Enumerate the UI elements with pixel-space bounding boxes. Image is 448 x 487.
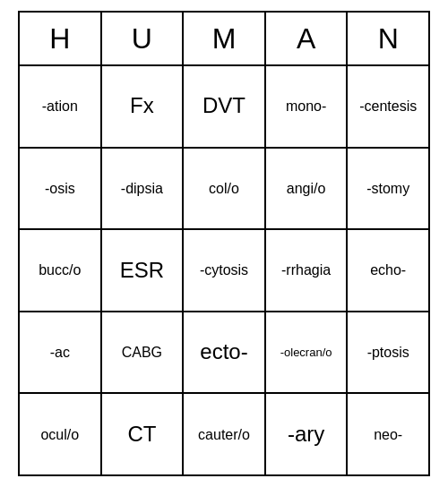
- bingo-card: HUMAN -ationFxDVTmono--centesis-osis-dip…: [18, 11, 430, 476]
- grid-cell-3-1: CABG: [102, 312, 185, 395]
- grid-cell-1-4: -stomy: [348, 149, 430, 231]
- grid-cell-0-1: Fx: [102, 66, 185, 149]
- grid-cell-1-0: -osis: [20, 149, 102, 231]
- grid-cell-0-2: DVT: [184, 66, 266, 149]
- grid-cell-4-2: cauter/o: [184, 394, 266, 476]
- grid-cell-4-3: -ary: [266, 394, 349, 476]
- header-letter: H: [20, 13, 102, 66]
- grid-cell-3-0: -ac: [20, 312, 102, 395]
- header-letter: U: [102, 13, 185, 66]
- grid-cell-4-1: CT: [102, 394, 185, 476]
- grid-cell-4-0: ocul/o: [20, 394, 102, 476]
- grid-cell-2-1: ESR: [102, 230, 185, 312]
- bingo-header: HUMAN: [18, 11, 430, 66]
- grid-cell-2-0: bucc/o: [20, 230, 102, 312]
- grid-cell-1-1: -dipsia: [102, 149, 185, 231]
- bingo-grid: -ationFxDVTmono--centesis-osis-dipsiacol…: [18, 66, 430, 476]
- grid-cell-3-2: ecto-: [184, 312, 266, 395]
- header-letter: N: [348, 13, 430, 66]
- grid-cell-1-2: col/o: [184, 149, 266, 231]
- grid-cell-0-0: -ation: [20, 66, 102, 149]
- grid-cell-3-3: -olecran/o: [266, 312, 349, 395]
- grid-cell-0-4: -centesis: [348, 66, 430, 149]
- grid-cell-2-2: -cytosis: [184, 230, 266, 312]
- header-letter: M: [184, 13, 266, 66]
- grid-cell-1-3: angi/o: [266, 149, 349, 231]
- grid-cell-0-3: mono-: [266, 66, 349, 149]
- grid-cell-4-4: neo-: [348, 394, 430, 476]
- grid-cell-2-3: -rrhagia: [266, 230, 349, 312]
- grid-cell-3-4: -ptosis: [348, 312, 430, 395]
- header-letter: A: [266, 13, 349, 66]
- grid-cell-2-4: echo-: [348, 230, 430, 312]
